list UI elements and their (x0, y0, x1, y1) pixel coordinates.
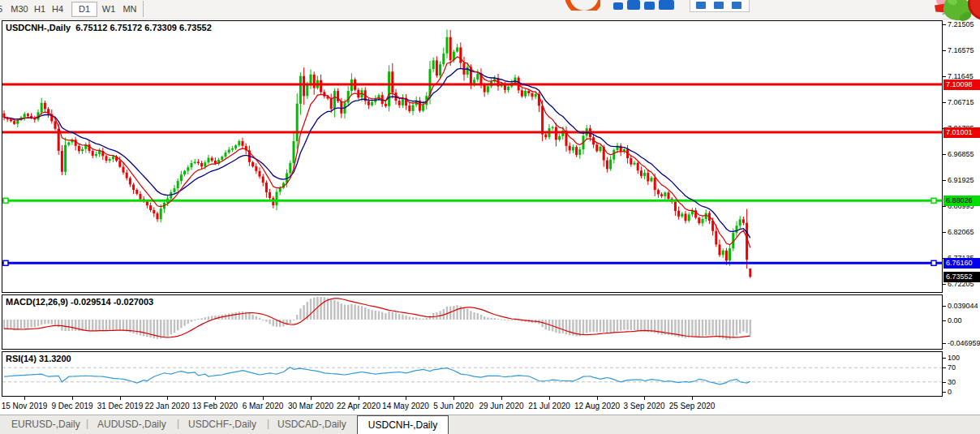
rsi-axis-label: 70 (948, 363, 956, 372)
macd-histogram-bar (719, 320, 720, 338)
macd-histogram-bar (620, 320, 621, 331)
candle-body (276, 192, 278, 206)
rsi-axis-label: 0 (948, 388, 952, 396)
candle-body (10, 119, 12, 121)
macd-histogram-bar (596, 320, 598, 332)
level-handle[interactable] (3, 260, 8, 265)
candle-body (569, 146, 571, 151)
macd-histogram-bar (385, 313, 386, 320)
macd-histogram-bar (30, 320, 32, 328)
macd-histogram-bar (191, 320, 192, 322)
rsi-plot[interactable] (2, 352, 942, 396)
tab-usdcad-daily[interactable]: USDCAD-,Daily (277, 419, 346, 430)
macd-histogram-bar (293, 320, 294, 320)
macd-histogram-bar (371, 310, 372, 320)
macd-histogram-bar (105, 320, 107, 330)
candle-body (221, 157, 223, 160)
tab-usdchf-daily[interactable]: USDCHF-,Daily (188, 419, 256, 430)
timeframe-mn-button[interactable]: MN (120, 2, 140, 15)
macd-histogram-bar (702, 320, 703, 337)
candle-body (146, 201, 148, 205)
macd-histogram-bar (47, 320, 49, 324)
candle-body (391, 71, 393, 92)
price-axis-tick (943, 102, 946, 103)
macd-histogram-bar (122, 320, 124, 331)
level-handle[interactable] (931, 198, 936, 203)
timeframe-h1-button[interactable]: H1 (32, 2, 48, 15)
candle-body (606, 161, 608, 170)
candle-body (153, 210, 155, 213)
macd-histogram-bar (634, 320, 635, 330)
candle-body (313, 75, 316, 88)
date-tick (24, 397, 25, 400)
macd-histogram-bar (501, 320, 502, 320)
macd-histogram-bar (180, 320, 182, 328)
macd-histogram-bar (228, 314, 230, 320)
macd-histogram-bar (358, 306, 359, 320)
candle-body (476, 74, 479, 80)
candlestick-chart[interactable] (2, 21, 942, 292)
candle-body (41, 103, 43, 113)
candle-body (208, 158, 210, 163)
macd-histogram-bar (98, 320, 100, 330)
candle-body (544, 135, 547, 138)
macd-histogram-bar (279, 320, 281, 327)
tab-eurusd-daily[interactable]: EURUSD-,Daily (11, 419, 80, 430)
date-label: 6 Mar 2020 (243, 402, 284, 410)
macd-histogram-bar (273, 320, 274, 326)
macd-panel[interactable]: MACD(12,26,9) -0.029514 -0.027003 (2, 294, 943, 350)
candle-body (13, 121, 15, 124)
macd-histogram-bar (419, 318, 420, 320)
date-tick (501, 397, 502, 400)
candle-body (722, 251, 724, 256)
macd-axis-tick (943, 320, 946, 321)
level-handle[interactable] (931, 260, 936, 265)
timeframe-h4-button[interactable]: H4 (49, 2, 66, 15)
rsi-panel[interactable]: RSI(14) 31.3200 (2, 351, 943, 397)
candle-body (702, 219, 704, 223)
candle-body (637, 163, 639, 171)
macd-histogram-bar (299, 308, 301, 320)
macd-histogram-bar (231, 313, 233, 320)
date-label: 25 Sep 2020 (669, 402, 716, 410)
macd-histogram-bar (426, 318, 428, 320)
macd-histogram-bar (592, 320, 594, 332)
tab-usdcnh-daily[interactable]: USDCNH-,Daily (357, 415, 449, 434)
timeframe-d1-button[interactable]: D1 (71, 2, 97, 17)
macd-histogram-bar (119, 320, 121, 330)
macd-histogram-bar (477, 313, 479, 320)
timeframe-w1-button[interactable]: W1 (101, 2, 117, 15)
candle-body (398, 101, 401, 105)
macd-histogram-bar (716, 320, 717, 337)
date-tick (644, 397, 645, 400)
candle-body (408, 105, 410, 111)
macd-histogram-bar (746, 320, 747, 333)
macd-histogram-bar (637, 320, 638, 331)
macd-histogram-bar (44, 320, 45, 324)
price-chart-panel[interactable]: USDCNH-,Daily 6.75112 6.75172 6.73309 6.… (2, 20, 943, 293)
macd-histogram-bar (259, 318, 260, 320)
macd-histogram-bar (514, 320, 516, 320)
timeframe-m30-button[interactable]: M30 (8, 2, 31, 15)
candle-body (122, 167, 125, 173)
macd-axis-label: 0.039044 (948, 302, 978, 310)
macd-histogram-bar (341, 303, 342, 320)
macd-histogram-bar (742, 320, 744, 332)
candle-body (126, 173, 128, 178)
price-axis-tick (943, 76, 946, 77)
macd-histogram-bar (303, 305, 304, 320)
price-axis-tick (943, 206, 946, 207)
date-label: 3 Sep 2020 (623, 402, 664, 410)
price-axis-tick (943, 232, 946, 233)
level-handle[interactable] (3, 198, 8, 203)
candle-body (132, 185, 135, 191)
slow-ma-line (4, 68, 750, 238)
candle-body (385, 104, 387, 106)
macd-histogram-bar (504, 320, 505, 320)
candle-body (306, 84, 308, 96)
macd-histogram-bar (589, 320, 591, 333)
tab-audusd-daily[interactable]: AUDUSD-,Daily (97, 419, 166, 430)
timeframe-m5-button[interactable]: 5 (0, 2, 5, 15)
price-axis-tick (943, 284, 946, 285)
macd-histogram-bar (643, 320, 645, 332)
